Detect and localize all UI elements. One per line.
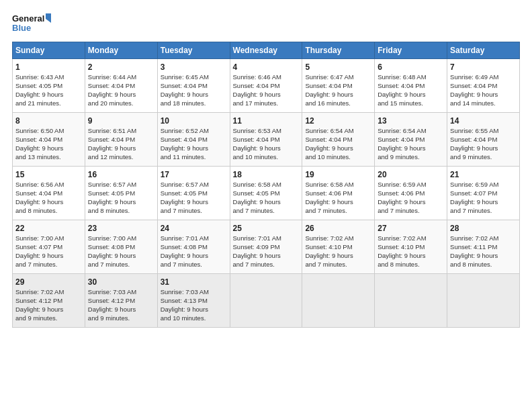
day-number: 21 [450,169,517,180]
day-number: 26 [305,223,371,234]
day-number: 27 [378,223,444,234]
day-number: 3 [161,62,227,73]
calendar-cell: 10Sunrise: 6:52 AMSunset: 4:04 PMDayligh… [157,113,230,167]
calendar-cell: 27Sunrise: 7:02 AMSunset: 4:10 PMDayligh… [375,220,447,274]
day-number: 25 [233,223,300,234]
calendar-cell: 14Sunrise: 6:55 AMSunset: 4:04 PMDayligh… [447,113,520,167]
header-tuesday: Tuesday [157,42,230,59]
day-number: 22 [15,223,82,234]
day-number: 5 [305,62,371,73]
page: GeneralBlue SundayMondayTuesdayWednesday… [0,0,532,411]
day-number: 11 [233,116,300,126]
day-number: 28 [450,223,517,234]
header-sunday: Sunday [13,42,85,59]
day-number: 20 [378,169,444,180]
day-number: 4 [233,62,300,73]
cell-info: Sunrise: 6:55 AMSunset: 4:04 PMDaylight:… [450,127,498,160]
cell-info: Sunrise: 6:57 AMSunset: 4:05 PMDaylight:… [88,181,136,214]
cell-info: Sunrise: 6:54 AMSunset: 4:04 PMDaylight:… [305,127,353,160]
day-number: 6 [378,62,444,73]
calendar-week-2: 8Sunrise: 6:50 AMSunset: 4:04 PMDaylight… [13,113,520,167]
day-number: 15 [15,169,82,180]
calendar-cell: 11Sunrise: 6:53 AMSunset: 4:04 PMDayligh… [230,113,302,167]
cell-info: Sunrise: 6:49 AMSunset: 4:04 PMDaylight:… [450,73,498,106]
svg-text:Blue: Blue [12,23,31,33]
cell-info: Sunrise: 7:02 AMSunset: 4:10 PMDaylight:… [305,234,353,267]
calendar-cell [447,274,520,328]
svg-text:General: General [12,13,44,24]
calendar-cell: 13Sunrise: 6:54 AMSunset: 4:04 PMDayligh… [375,113,447,167]
day-number: 7 [450,62,517,73]
cell-info: Sunrise: 6:52 AMSunset: 4:04 PMDaylight:… [161,127,209,160]
day-number: 12 [305,116,371,126]
cell-info: Sunrise: 6:50 AMSunset: 4:04 PMDaylight:… [15,127,64,160]
header-wednesday: Wednesday [230,42,302,59]
day-number: 8 [15,116,82,126]
calendar-cell: 15Sunrise: 6:56 AMSunset: 4:04 PMDayligh… [13,167,85,220]
calendar-cell: 8Sunrise: 6:50 AMSunset: 4:04 PMDaylight… [13,113,85,167]
cell-info: Sunrise: 6:54 AMSunset: 4:04 PMDaylight:… [378,127,426,160]
calendar-cell: 1Sunrise: 6:43 AMSunset: 4:05 PMDaylight… [13,59,85,113]
calendar-cell: 19Sunrise: 6:58 AMSunset: 4:06 PMDayligh… [302,167,375,220]
logo: GeneralBlue [12,12,52,36]
cell-info: Sunrise: 6:58 AMSunset: 4:06 PMDaylight:… [305,181,353,214]
calendar-cell: 3Sunrise: 6:45 AMSunset: 4:04 PMDaylight… [157,59,230,113]
cell-info: Sunrise: 7:03 AMSunset: 4:12 PMDaylight:… [88,288,136,321]
calendar-cell: 7Sunrise: 6:49 AMSunset: 4:04 PMDaylight… [447,59,520,113]
day-number: 1 [15,62,82,73]
calendar-cell [375,274,447,328]
day-number: 13 [378,116,444,126]
calendar-cell: 12Sunrise: 6:54 AMSunset: 4:04 PMDayligh… [302,113,375,167]
calendar-cell: 17Sunrise: 6:57 AMSunset: 4:05 PMDayligh… [157,167,230,220]
calendar-cell: 22Sunrise: 7:00 AMSunset: 4:07 PMDayligh… [13,220,85,274]
cell-info: Sunrise: 7:00 AMSunset: 4:08 PMDaylight:… [88,234,136,267]
cell-info: Sunrise: 6:48 AMSunset: 4:04 PMDaylight:… [378,73,426,106]
calendar-cell: 26Sunrise: 7:02 AMSunset: 4:10 PMDayligh… [302,220,375,274]
calendar-cell: 6Sunrise: 6:48 AMSunset: 4:04 PMDaylight… [375,59,447,113]
cell-info: Sunrise: 6:43 AMSunset: 4:05 PMDaylight:… [15,73,64,106]
day-number: 31 [161,277,227,287]
day-number: 10 [161,116,227,126]
cell-info: Sunrise: 7:01 AMSunset: 4:09 PMDaylight:… [233,234,281,267]
day-number: 29 [15,277,82,287]
calendar-cell: 28Sunrise: 7:02 AMSunset: 4:11 PMDayligh… [447,220,520,274]
cell-info: Sunrise: 7:02 AMSunset: 4:11 PMDaylight:… [450,234,498,267]
day-number: 14 [450,116,517,126]
day-number: 18 [233,169,300,180]
day-number: 30 [88,277,154,287]
day-number: 17 [161,169,227,180]
cell-info: Sunrise: 6:45 AMSunset: 4:04 PMDaylight:… [161,73,209,106]
calendar-cell: 23Sunrise: 7:00 AMSunset: 4:08 PMDayligh… [85,220,157,274]
cell-info: Sunrise: 6:58 AMSunset: 4:05 PMDaylight:… [233,181,281,214]
calendar-cell: 9Sunrise: 6:51 AMSunset: 4:04 PMDaylight… [85,113,157,167]
header-friday: Friday [375,42,447,59]
cell-info: Sunrise: 7:03 AMSunset: 4:13 PMDaylight:… [161,288,209,321]
calendar-cell: 30Sunrise: 7:03 AMSunset: 4:12 PMDayligh… [85,274,157,328]
calendar-cell: 5Sunrise: 6:47 AMSunset: 4:04 PMDaylight… [302,59,375,113]
cell-info: Sunrise: 7:02 AMSunset: 4:10 PMDaylight:… [378,234,426,267]
calendar-week-4: 22Sunrise: 7:00 AMSunset: 4:07 PMDayligh… [13,220,520,274]
cell-info: Sunrise: 6:47 AMSunset: 4:04 PMDaylight:… [305,73,353,106]
cell-info: Sunrise: 6:59 AMSunset: 4:06 PMDaylight:… [378,181,426,214]
calendar-header-row: SundayMondayTuesdayWednesdayThursdayFrid… [13,42,520,59]
calendar-cell: 4Sunrise: 6:46 AMSunset: 4:04 PMDaylight… [230,59,302,113]
day-number: 23 [88,223,154,234]
day-number: 19 [305,169,371,180]
logo-svg: GeneralBlue [12,12,52,36]
header: GeneralBlue [12,12,520,36]
calendar-cell: 20Sunrise: 6:59 AMSunset: 4:06 PMDayligh… [375,167,447,220]
calendar-cell: 16Sunrise: 6:57 AMSunset: 4:05 PMDayligh… [85,167,157,220]
day-number: 24 [161,223,227,234]
cell-info: Sunrise: 6:53 AMSunset: 4:04 PMDaylight:… [233,127,281,160]
calendar-cell: 29Sunrise: 7:02 AMSunset: 4:12 PMDayligh… [13,274,85,328]
cell-info: Sunrise: 7:01 AMSunset: 4:08 PMDaylight:… [161,234,209,267]
svg-marker-2 [46,13,51,23]
cell-info: Sunrise: 6:51 AMSunset: 4:04 PMDaylight:… [88,127,136,160]
day-number: 9 [88,116,154,126]
header-saturday: Saturday [447,42,520,59]
calendar-cell [302,274,375,328]
calendar-week-1: 1Sunrise: 6:43 AMSunset: 4:05 PMDaylight… [13,59,520,113]
calendar-week-5: 29Sunrise: 7:02 AMSunset: 4:12 PMDayligh… [13,274,520,328]
cell-info: Sunrise: 6:56 AMSunset: 4:04 PMDaylight:… [15,181,64,214]
cell-info: Sunrise: 6:59 AMSunset: 4:07 PMDaylight:… [450,181,498,214]
